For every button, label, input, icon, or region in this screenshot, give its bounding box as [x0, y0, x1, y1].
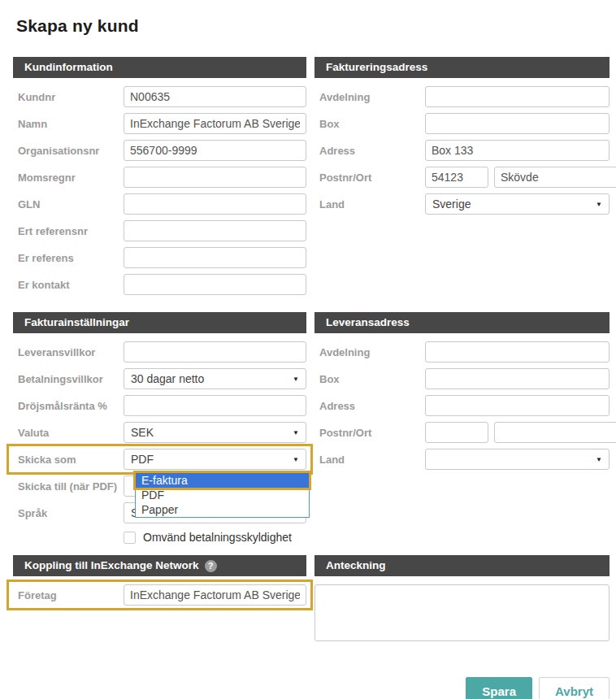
dropdown-option-pdf[interactable]: PDF	[136, 488, 309, 502]
fakt-ort-input[interactable]	[494, 167, 616, 188]
section-leveransadress: Leveransadress Avdelning Box Adress Post…	[315, 312, 609, 544]
field-row-namn: Namn	[13, 113, 306, 134]
lev-avdelning-input[interactable]	[425, 341, 609, 363]
omvand-checkbox-row: Omvänd betalningsskyldighet	[124, 531, 306, 544]
fakt-avdelning-input[interactable]	[425, 86, 609, 107]
valuta-label: Valuta	[13, 427, 124, 439]
omvand-checkbox-label: Omvänd betalningsskyldighet	[143, 531, 292, 544]
leveransvillkor-input[interactable]	[124, 341, 306, 363]
field-row-fakt-adress: Adress	[315, 140, 609, 161]
section-kundinformation: Kundinformation Kundnr Namn Organisation…	[13, 57, 306, 301]
help-icon[interactable]: ?	[205, 560, 217, 572]
field-row-valuta: Valuta SEK ▼	[13, 422, 306, 443]
field-row-fakt-land: Land Sverige ▼	[315, 193, 609, 215]
gln-input[interactable]	[124, 193, 306, 215]
dropdown-option-e-faktura[interactable]: E-faktura	[136, 473, 309, 488]
section-faktureringsadress: Faktureringsadress Avdelning Box Adress …	[315, 57, 609, 301]
valuta-select[interactable]: SEK ▼	[124, 422, 306, 443]
section-header-koppling: Koppling till InExchange Network ?	[13, 555, 306, 576]
skicka-som-label: Skicka som	[13, 454, 124, 466]
fakt-postnr-input[interactable]	[425, 167, 488, 188]
foretag-label: Företag	[13, 589, 124, 601]
betalningsvillkor-selected-value: 30 dagar netto	[131, 372, 204, 385]
lev-box-label: Box	[315, 373, 425, 385]
save-button[interactable]: Spara	[466, 677, 532, 699]
caret-down-icon: ▼	[293, 376, 299, 383]
create-customer-page: Skapa ny kund Kundinformation Kundnr Nam…	[0, 0, 616, 699]
momsregnr-label: Momsregnr	[13, 171, 124, 184]
section-header-anteckning: Anteckning	[315, 555, 609, 576]
field-row-lev-adress: Adress	[315, 395, 609, 416]
caret-down-icon: ▼	[596, 201, 602, 208]
fakt-land-select[interactable]: Sverige ▼	[425, 193, 609, 215]
drojsmalsranta-label: Dröjsmålsränta %	[13, 400, 124, 412]
anteckning-textarea[interactable]	[315, 584, 609, 641]
namn-label: Namn	[13, 118, 124, 130]
section-title: Faktureringsadress	[326, 57, 427, 78]
drojsmalsranta-input[interactable]	[124, 395, 306, 416]
caret-down-icon: ▼	[293, 429, 299, 436]
field-row-fakt-postnr-ort: Postnr/Ort	[315, 167, 609, 188]
dropdown-option-papper[interactable]: Papper	[136, 502, 309, 517]
cancel-button[interactable]: Avbryt	[539, 677, 609, 699]
section-header-leveransadress: Leveransadress	[315, 312, 609, 333]
action-buttons: Spara Avbryt	[13, 677, 609, 699]
section-fakturainstallningar: Fakturainställningar Leveransvillkor Bet…	[13, 312, 306, 544]
field-row-momsregnr: Momsregnr	[13, 167, 306, 188]
caret-down-icon: ▼	[293, 456, 299, 463]
lev-land-select[interactable]: ▼	[425, 449, 609, 470]
er-kontakt-input[interactable]	[124, 274, 306, 295]
betalningsvillkor-select[interactable]: 30 dagar netto ▼	[124, 368, 306, 389]
fakt-adress-input[interactable]	[425, 140, 609, 161]
ert-referensnr-label: Ert referensnr	[13, 225, 124, 237]
organisationsnr-input[interactable]	[124, 140, 306, 161]
fakt-box-input[interactable]	[425, 113, 609, 134]
lev-adress-input[interactable]	[425, 395, 609, 416]
momsregnr-input[interactable]	[124, 167, 306, 188]
field-row-leveransvillkor: Leveransvillkor	[13, 341, 306, 363]
lev-box-input[interactable]	[425, 368, 609, 389]
er-kontakt-label: Er kontakt	[13, 279, 124, 291]
lev-postnr-ort-label: Postnr/Ort	[315, 427, 425, 439]
fakt-adress-label: Adress	[315, 145, 425, 157]
fakt-land-label: Land	[315, 198, 425, 211]
skicka-som-selected-value: PDF	[131, 453, 154, 466]
skicka-som-dropdown-list: E-faktura PDF Papper	[135, 472, 310, 518]
field-row-gln: GLN	[13, 193, 306, 215]
lev-avdelning-label: Avdelning	[315, 346, 425, 358]
fakt-postnr-ort-label: Postnr/Ort	[315, 171, 425, 184]
field-row-organisationsnr: Organisationsnr	[13, 140, 306, 161]
field-row-lev-land: Land ▼	[315, 449, 609, 470]
field-row-fakt-box: Box	[315, 113, 609, 134]
section-header-fakturainstallningar: Fakturainställningar	[13, 312, 306, 333]
section-title: Anteckning	[326, 555, 386, 576]
field-row-er-referens: Er referens	[13, 247, 306, 268]
betalningsvillkor-label: Betalningsvillkor	[13, 373, 124, 385]
section-title: Fakturainställningar	[24, 312, 129, 333]
field-row-ert-referensnr: Ert referensnr	[13, 220, 306, 241]
field-row-lev-box: Box	[315, 368, 609, 389]
gln-label: GLN	[13, 198, 124, 211]
field-row-fakt-avdelning: Avdelning	[315, 86, 609, 107]
ert-referensnr-input[interactable]	[124, 220, 306, 241]
skicka-som-select[interactable]: PDF ▼	[124, 449, 306, 470]
er-referens-input[interactable]	[124, 247, 306, 268]
fakt-land-selected-value: Sverige	[432, 198, 471, 211]
sprak-label: Språk	[13, 507, 124, 519]
lev-ort-input[interactable]	[494, 422, 616, 443]
fakt-avdelning-label: Avdelning	[315, 91, 425, 103]
lev-land-label: Land	[315, 454, 425, 466]
er-referens-label: Er referens	[13, 252, 124, 264]
lev-postnr-input[interactable]	[425, 422, 488, 443]
foretag-input[interactable]	[124, 584, 306, 606]
field-row-lev-avdelning: Avdelning	[315, 341, 609, 363]
field-row-skicka-som-highlighted: Skicka som PDF ▼ E-faktura PDF Papper	[7, 444, 313, 475]
field-row-drojsmalsranta: Dröjsmålsränta %	[13, 395, 306, 416]
section-anteckning: Anteckning	[315, 555, 609, 645]
omvand-checkbox[interactable]	[124, 532, 136, 544]
organisationsnr-label: Organisationsnr	[13, 145, 124, 157]
kundnr-label: Kundnr	[13, 91, 124, 103]
field-row-foretag-highlighted: Företag	[7, 580, 313, 610]
namn-input[interactable]	[124, 113, 306, 134]
kundnr-input[interactable]	[124, 86, 306, 107]
